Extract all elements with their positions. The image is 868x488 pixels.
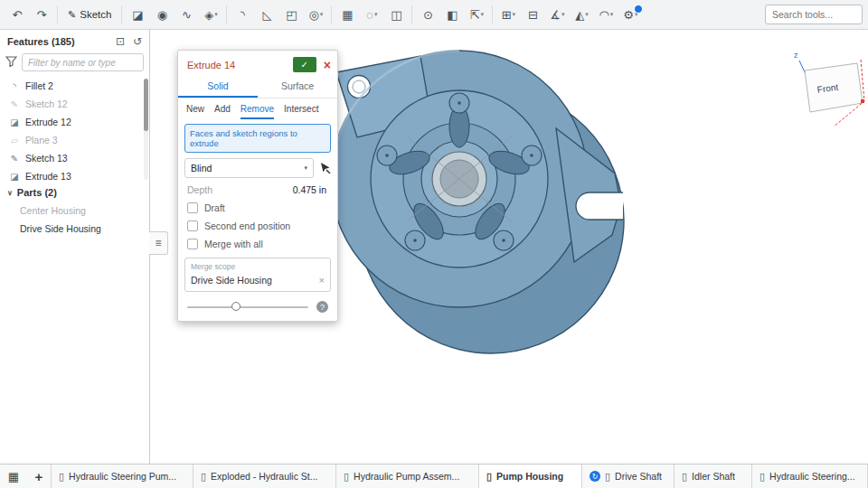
mirror-tool-icon[interactable]: ◫ bbox=[384, 4, 408, 25]
second-end-checkbox-row[interactable]: Second end position bbox=[187, 221, 328, 231]
view-cube[interactable]: z Front bbox=[778, 47, 866, 130]
parts-section-header[interactable]: ∨ Parts (2) bbox=[0, 182, 149, 202]
circular-pattern-tool-icon[interactable]: ◌▾ bbox=[360, 4, 383, 25]
merge-all-checkbox-row[interactable]: Merge with all bbox=[187, 239, 328, 249]
extrude-feature-dialog: Extrude 14 ✓ × Solid Surface New Add Rem… bbox=[177, 50, 338, 322]
shell-tool-icon[interactable]: ◰ bbox=[279, 4, 303, 25]
draft-checkbox-row[interactable]: Draft bbox=[187, 202, 328, 213]
preview-slider[interactable] bbox=[187, 306, 308, 308]
surface-tools-icon[interactable]: ◠▾ bbox=[594, 4, 618, 25]
second-end-checkbox[interactable] bbox=[187, 221, 198, 231]
merge-scope-box: Merge scope Drive Side Housing × bbox=[184, 258, 331, 292]
fillet-tool-icon[interactable]: ◝ bbox=[231, 4, 254, 25]
chevron-down-icon: ∨ bbox=[7, 189, 13, 197]
feature-item-fillet-2[interactable]: ◝ Fillet 2 bbox=[0, 77, 149, 95]
add-tab-button[interactable]: + bbox=[27, 465, 51, 488]
preview-slider-knob[interactable] bbox=[231, 302, 241, 311]
panel-collapse-handle[interactable]: ≡ bbox=[149, 231, 168, 255]
extrude-tool-icon[interactable]: ◪ bbox=[126, 4, 149, 25]
modify-fillet-tool-icon[interactable]: ⊞▾ bbox=[496, 4, 520, 25]
undo-icon[interactable]: ↶ bbox=[5, 4, 29, 25]
toolbar-separator bbox=[57, 5, 58, 23]
document-icon: ▯ bbox=[682, 471, 687, 483]
tab-label: Hydraulic Steering Pum... bbox=[69, 471, 176, 482]
mode-add[interactable]: Add bbox=[214, 104, 231, 119]
sketch-button-label: Sketch bbox=[80, 9, 111, 20]
panel-options-icon[interactable]: ⊡ bbox=[116, 35, 125, 48]
feature-item-label: Plane 3 bbox=[25, 135, 58, 145]
custom-features-tool-icon[interactable]: ⚙ ▾ bbox=[618, 4, 642, 25]
faces-selection-field[interactable]: Faces and sketch regions to extrude bbox=[184, 124, 331, 153]
search-tools-input[interactable] bbox=[765, 5, 863, 24]
chamfer-tool-icon[interactable]: ◺ bbox=[255, 4, 278, 25]
tab-label: Pump Housing bbox=[496, 471, 563, 482]
end-condition-select[interactable]: Blind ▾ bbox=[184, 158, 314, 178]
feature-item-plane-3[interactable]: ▱ Plane 3 bbox=[0, 131, 149, 149]
part-item-label: Drive Side Housing bbox=[20, 223, 101, 234]
loft-tool-icon[interactable]: ◈▾ bbox=[199, 4, 222, 25]
feature-item-label: Sketch 13 bbox=[25, 153, 68, 164]
feature-item-sketch-13[interactable]: ✎ Sketch 13 bbox=[0, 149, 149, 167]
sheet-metal-tool-icon[interactable]: ◭▾ bbox=[570, 4, 593, 25]
chevron-down-icon: ▾ bbox=[561, 11, 565, 18]
fillet-icon: ◝ bbox=[9, 81, 20, 91]
feature-item-label: Sketch 12 bbox=[25, 99, 68, 109]
boolean-tool-icon[interactable]: ⊙ bbox=[416, 4, 439, 25]
tab-hydraulic-pump-assembly[interactable]: ▯ Hydraulic Pump Assem... bbox=[336, 465, 479, 488]
tab-surface[interactable]: Surface bbox=[258, 77, 337, 98]
flip-direction-icon[interactable] bbox=[319, 162, 331, 175]
chevron-down-icon: ▾ bbox=[610, 11, 614, 18]
confirm-button[interactable]: ✓ bbox=[293, 57, 316, 72]
cancel-button[interactable]: × bbox=[324, 59, 331, 71]
feature-filter-input[interactable] bbox=[22, 53, 144, 71]
tab-drive-shaft[interactable]: ↻ ▯ Drive Shaft bbox=[582, 465, 675, 488]
feature-item-sketch-12[interactable]: ✎ Sketch 12 bbox=[0, 95, 149, 113]
chevron-down-icon: ▾ bbox=[374, 11, 378, 18]
mode-remove[interactable]: Remove bbox=[241, 104, 274, 119]
document-icon: ▯ bbox=[605, 471, 610, 483]
toolbar-separator bbox=[331, 5, 332, 23]
chevron-down-icon: ▾ bbox=[320, 11, 324, 18]
depth-value-field[interactable]: 0.475 in bbox=[293, 184, 328, 195]
redo-icon[interactable]: ↷ bbox=[30, 4, 53, 25]
revolve-tool-icon[interactable]: ◉ bbox=[150, 4, 174, 25]
sweep-tool-icon[interactable]: ∿ bbox=[175, 4, 198, 25]
part-item-center-housing[interactable]: Center Housing bbox=[0, 202, 149, 220]
toolbar-separator bbox=[121, 5, 122, 23]
feature-item-extrude-13[interactable]: ◪ Extrude 13 bbox=[0, 167, 149, 182]
tab-pump-housing[interactable]: ▯ Pump Housing bbox=[479, 465, 582, 488]
feature-item-extrude-12[interactable]: ◪ Extrude 12 bbox=[0, 113, 149, 131]
mode-intersect[interactable]: Intersect bbox=[284, 104, 318, 119]
delete-face-tool-icon[interactable]: ⊟ bbox=[521, 4, 544, 25]
tab-exploded-hydraulic[interactable]: ▯ Exploded - Hydraulic St... bbox=[193, 465, 336, 488]
tab-hydraulic-steering-pump[interactable]: ▯ Hydraulic Steering Pum... bbox=[51, 465, 193, 488]
tab-idler-shaft[interactable]: ▯ Idler Shaft bbox=[675, 465, 752, 488]
tab-hydraulic-steering[interactable]: ▯ Hydraulic Steering... bbox=[752, 465, 868, 488]
split-tool-icon[interactable]: ◧ bbox=[440, 4, 464, 25]
linear-pattern-tool-icon[interactable]: ▦ bbox=[335, 4, 359, 25]
merge-all-checkbox[interactable] bbox=[187, 239, 198, 249]
draft-checkbox[interactable] bbox=[187, 202, 198, 213]
part-item-drive-side-housing[interactable]: Drive Side Housing bbox=[0, 220, 149, 238]
sketch-button[interactable]: ✎ Sketch bbox=[61, 4, 118, 25]
dialog-title[interactable]: Extrude 14 bbox=[187, 60, 293, 70]
feature-item-label: Fillet 2 bbox=[25, 80, 53, 91]
mode-new[interactable]: New bbox=[186, 104, 204, 119]
transform-tool-icon[interactable]: ⇱▾ bbox=[465, 4, 488, 25]
document-icon: ▯ bbox=[59, 471, 64, 483]
hole-tool-icon[interactable]: ◎▾ bbox=[304, 4, 327, 25]
rollback-history-icon[interactable]: ↺ bbox=[133, 35, 142, 48]
scrollbar-thumb[interactable] bbox=[144, 79, 148, 131]
tab-solid[interactable]: Solid bbox=[178, 77, 258, 98]
part-item-label: Center Housing bbox=[20, 205, 86, 216]
chevron-down-icon: ▾ bbox=[513, 11, 516, 18]
document-icon: ▯ bbox=[201, 471, 206, 483]
tab-manager-icon[interactable]: ▦ bbox=[0, 465, 27, 488]
measure-tool-icon[interactable]: ∡▾ bbox=[545, 4, 569, 25]
remove-merge-scope-icon[interactable]: × bbox=[319, 275, 325, 286]
help-icon[interactable]: ? bbox=[316, 301, 328, 313]
merge-scope-value[interactable]: Drive Side Housing bbox=[191, 275, 272, 286]
filter-icon[interactable] bbox=[5, 56, 17, 69]
depth-label: Depth bbox=[187, 184, 212, 195]
end-condition-value: Blind bbox=[191, 163, 212, 174]
